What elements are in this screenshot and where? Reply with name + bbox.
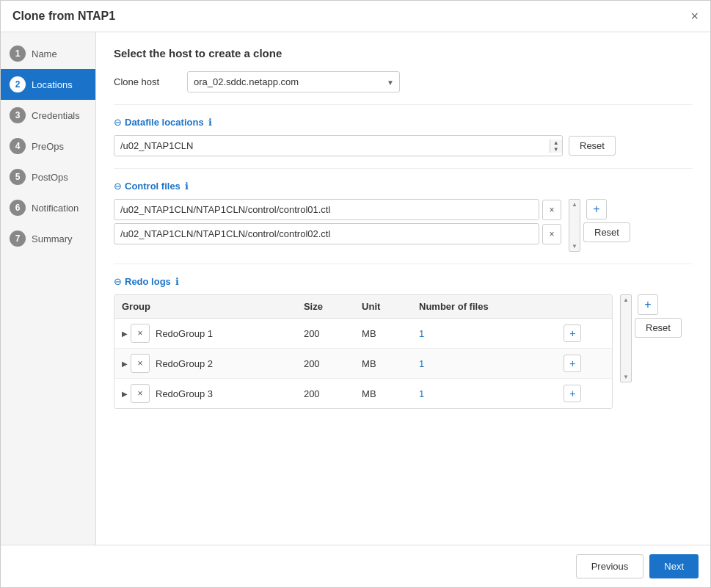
clone-host-label: Clone host bbox=[114, 76, 187, 87]
redo-group-1: ▶ × RedoGroup 1 bbox=[114, 319, 296, 349]
redo-scroll-down-icon: ▼ bbox=[623, 374, 629, 380]
redo-numfiles-1: 1 bbox=[412, 319, 556, 349]
next-button[interactable]: Next bbox=[649, 554, 699, 578]
control-scroll-up-icon: ▲ bbox=[572, 201, 577, 208]
redo-add-3[interactable]: + bbox=[564, 385, 581, 402]
control-add-button[interactable]: + bbox=[586, 199, 607, 219]
clone-host-row: Clone host ora_02.sddc.netapp.com ▼ bbox=[114, 71, 693, 92]
redo-numfiles-link-2[interactable]: 1 bbox=[419, 358, 424, 369]
control-section-title: Control files bbox=[125, 181, 181, 192]
redo-group-3: ▶ × RedoGroup 3 bbox=[114, 379, 296, 409]
control-info-icon[interactable]: ℹ bbox=[185, 181, 189, 192]
datafile-scroll-up[interactable]: ▲ bbox=[550, 139, 563, 146]
previous-button[interactable]: Previous bbox=[576, 554, 644, 578]
redo-row-2: ▶ × RedoGroup 2 200 MB 1 + bbox=[114, 349, 612, 379]
col-header-numfiles: Number of files bbox=[412, 295, 556, 319]
sidebar-label-preops: PreOps bbox=[32, 141, 64, 152]
control-files-list: × × bbox=[114, 199, 563, 247]
control-scroll-bar: ▲ ▼ bbox=[569, 199, 580, 252]
redo-unit-1: MB bbox=[354, 319, 412, 349]
redo-remove-2[interactable]: × bbox=[131, 354, 150, 373]
control-file-row-2: × bbox=[114, 223, 563, 244]
modal-body: 1 Name 2 Locations 3 Credentials 4 PreOp… bbox=[1, 32, 710, 545]
sidebar-label-notification: Notification bbox=[32, 203, 79, 214]
control-input-1 bbox=[114, 199, 539, 220]
redo-expand-1[interactable]: ▶ bbox=[122, 330, 128, 338]
datafile-reset-button[interactable]: Reset bbox=[569, 136, 616, 156]
control-collapsible[interactable]: ⊖ Control files ℹ bbox=[114, 181, 693, 192]
redo-unit-2: MB bbox=[354, 349, 412, 379]
modal-container: Clone from NTAP1 × 1 Name 2 Locations 3 … bbox=[0, 0, 711, 588]
redo-row-1: ▶ × RedoGroup 1 200 MB 1 + bbox=[114, 319, 612, 349]
redo-scroll-up-icon: ▲ bbox=[623, 297, 629, 303]
redo-action-3: + bbox=[556, 379, 612, 409]
clone-host-select-wrapper: ora_02.sddc.netapp.com ▼ bbox=[187, 71, 400, 92]
modal-footer: Previous Next bbox=[1, 545, 710, 587]
control-remove-2[interactable]: × bbox=[542, 224, 561, 244]
divider-1 bbox=[114, 104, 693, 105]
redo-add-1[interactable]: + bbox=[564, 324, 581, 342]
redo-table: Group Size Unit Number of files bbox=[114, 295, 612, 408]
redo-scroll-bar: ▲ ▼ bbox=[620, 294, 632, 382]
sidebar-item-notification[interactable]: 6 Notification bbox=[1, 192, 95, 223]
sidebar-item-name[interactable]: 1 Name bbox=[1, 38, 95, 69]
redo-expand-2[interactable]: ▶ bbox=[122, 360, 128, 368]
datafile-collapsible[interactable]: ⊖ Datafile locations ℹ bbox=[114, 117, 693, 128]
main-heading: Select the host to create a clone bbox=[114, 47, 693, 59]
redo-expand-3[interactable]: ▶ bbox=[122, 390, 128, 398]
sidebar-label-postops: PostOps bbox=[32, 172, 68, 183]
sidebar-item-summary[interactable]: 7 Summary bbox=[1, 223, 95, 254]
sidebar-label-name: Name bbox=[32, 48, 57, 59]
datafile-scroll-down[interactable]: ▼ bbox=[550, 146, 563, 153]
redo-numfiles-2: 1 bbox=[412, 349, 556, 379]
control-file-input-2[interactable] bbox=[114, 224, 539, 244]
control-remove-1[interactable]: × bbox=[542, 200, 561, 220]
step-num-2: 2 bbox=[10, 76, 26, 92]
step-num-6: 6 bbox=[10, 200, 26, 216]
sidebar-item-postops[interactable]: 5 PostOps bbox=[1, 161, 95, 192]
redo-group-name-1: RedoGroup 1 bbox=[156, 328, 213, 339]
sidebar-label-credentials: Credentials bbox=[32, 110, 80, 121]
datafile-scroll-arrows: ▲ ▼ bbox=[550, 139, 563, 153]
step-num-1: 1 bbox=[10, 46, 26, 62]
redo-side-buttons: ▲ ▼ + Reset bbox=[617, 294, 682, 382]
redo-numfiles-link-1[interactable]: 1 bbox=[419, 328, 424, 339]
redo-remove-3[interactable]: × bbox=[131, 384, 150, 403]
col-header-group: Group bbox=[114, 295, 296, 319]
datafile-input[interactable] bbox=[114, 136, 550, 156]
col-header-actions bbox=[556, 295, 612, 319]
redo-section-title: Redo logs bbox=[125, 276, 171, 287]
redo-add-group-button[interactable]: + bbox=[638, 294, 658, 315]
control-file-group: × × ▲ ▼ bbox=[114, 199, 693, 252]
control-side-buttons: ▲ ▼ + Reset bbox=[566, 199, 630, 252]
control-file-row-1: × bbox=[114, 199, 563, 220]
redo-group-name-3: RedoGroup 3 bbox=[156, 388, 213, 399]
redo-reset-button[interactable]: Reset bbox=[635, 318, 682, 338]
redo-numfiles-3: 1 bbox=[412, 379, 556, 409]
close-button[interactable]: × bbox=[690, 10, 699, 23]
sidebar-item-locations[interactable]: 2 Locations bbox=[1, 69, 95, 100]
redo-remove-1[interactable]: × bbox=[131, 324, 150, 343]
redo-info-icon[interactable]: ℹ bbox=[175, 276, 179, 287]
redo-group-name-2: RedoGroup 2 bbox=[156, 358, 213, 369]
sidebar-item-preops[interactable]: 4 PreOps bbox=[1, 131, 95, 161]
datafile-info-icon[interactable]: ℹ bbox=[208, 117, 212, 128]
modal-title: Clone from NTAP1 bbox=[12, 10, 115, 23]
redo-table-container: Group Size Unit Number of files bbox=[114, 294, 613, 409]
col-header-size: Size bbox=[296, 295, 354, 319]
sidebar-item-credentials[interactable]: 3 Credentials bbox=[1, 100, 95, 131]
main-content: Select the host to create a clone Clone … bbox=[96, 32, 710, 545]
redo-size-1: 200 bbox=[296, 319, 354, 349]
redo-numfiles-link-3[interactable]: 1 bbox=[419, 388, 424, 399]
clone-host-select[interactable]: ora_02.sddc.netapp.com bbox=[187, 71, 400, 92]
control-file-input-1[interactable] bbox=[114, 200, 539, 219]
redo-row-3: ▶ × RedoGroup 3 200 MB 1 + bbox=[114, 379, 612, 409]
sidebar-label-locations: Locations bbox=[32, 79, 73, 90]
control-reset-button[interactable]: Reset bbox=[583, 222, 630, 242]
datafile-section-title: Datafile locations bbox=[125, 117, 204, 128]
redo-collapsible[interactable]: ⊖ Redo logs ℹ bbox=[114, 276, 693, 287]
redo-size-3: 200 bbox=[296, 379, 354, 409]
redo-table-wrapper: Group Size Unit Number of files bbox=[114, 294, 693, 409]
redo-add-2[interactable]: + bbox=[564, 355, 581, 372]
control-scroll-down-icon: ▼ bbox=[572, 243, 577, 250]
